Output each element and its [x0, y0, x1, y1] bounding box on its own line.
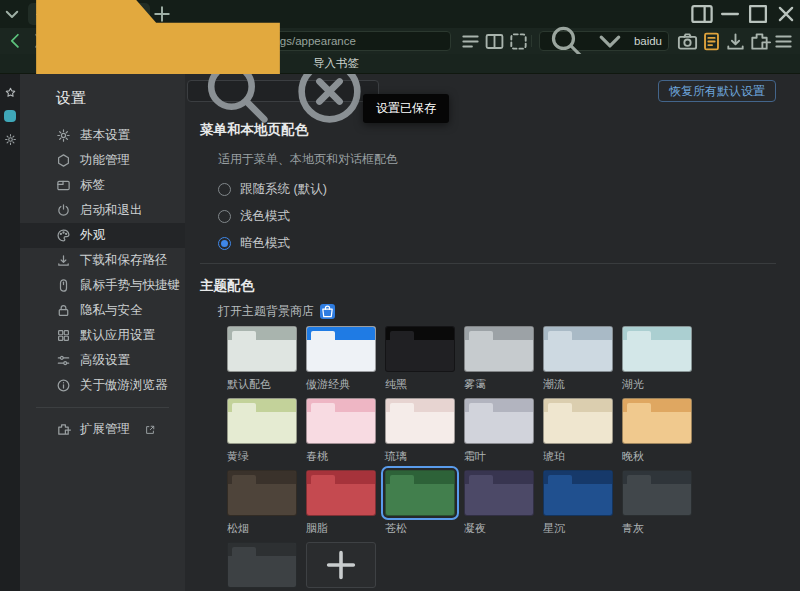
apps-icon [56, 328, 71, 343]
favorites-panel-icon[interactable] [4, 86, 17, 99]
gear-icon [56, 128, 71, 143]
theme-preview-tab [469, 403, 493, 412]
theme-card-7[interactable] [306, 398, 376, 444]
theme-card-13[interactable] [306, 470, 376, 516]
sidebar-item-startup[interactable]: 启动和退出 [20, 198, 185, 223]
screenshot-button[interactable] [676, 31, 699, 52]
minimize-icon [716, 0, 744, 28]
theme-card-5[interactable] [622, 326, 692, 372]
minimize-button[interactable] [716, 0, 744, 28]
theme-card-0[interactable] [227, 326, 297, 372]
theme-card-3[interactable] [464, 326, 534, 372]
section-subtitle: 适用于菜单、本地页和对话框配色 [218, 151, 800, 168]
puzzle-icon [748, 30, 771, 53]
theme-card-1[interactable] [306, 326, 376, 372]
radio-icon[interactable] [218, 183, 231, 196]
theme-card-4[interactable] [543, 326, 613, 372]
restore-defaults-button[interactable]: 恢复所有默认设置 [658, 80, 776, 102]
snap-button[interactable] [507, 31, 530, 52]
theme-card-17[interactable] [622, 470, 692, 516]
theme-card-9[interactable] [464, 398, 534, 444]
maximize-button[interactable] [744, 0, 772, 28]
theme-card-8[interactable] [385, 398, 455, 444]
theme-card-18[interactable] [227, 542, 297, 588]
theme-preview-tab [232, 547, 256, 556]
color-mode-option-0[interactable]: 跟随系统 (默认) [218, 176, 800, 203]
settings-panel-icon[interactable] [4, 133, 17, 146]
hexagon-icon [56, 153, 71, 168]
theme-preview-tab [469, 331, 493, 340]
theme-store-link[interactable]: 打开主题背景商店 [218, 303, 314, 320]
sidebar-item-features[interactable]: 功能管理 [20, 148, 185, 173]
theme-card-12[interactable] [227, 470, 297, 516]
theme-card-11[interactable] [622, 398, 692, 444]
theme-preview-tab [311, 403, 335, 412]
sidebar-item-label: 下载和保存路径 [80, 252, 168, 269]
notes-button[interactable] [700, 31, 723, 52]
sidebar-item-label: 外观 [80, 227, 105, 244]
theme-cell-17: 青灰 [622, 470, 692, 534]
theme-cell-16: 星沉 [543, 470, 613, 534]
content-topbar: 恢复所有默认设置 [185, 74, 800, 108]
close-button[interactable] [772, 0, 800, 28]
sidebar-item-about[interactable]: 关于傲游浏览器 [20, 373, 185, 398]
theme-card-16[interactable] [543, 470, 613, 516]
search-icon [196, 74, 277, 132]
sidebar-item-label: 高级设置 [80, 352, 130, 369]
theme-preview-tab [469, 475, 493, 484]
theme-cell-7: 春桃 [306, 398, 376, 462]
sidebar-item-label: 扩展管理 [80, 421, 130, 438]
sidebar-item-label: 启动和退出 [80, 202, 143, 219]
snap-icon [507, 30, 530, 53]
extensions-button[interactable] [748, 31, 771, 52]
sidebar-item-default-apps[interactable]: 默认应用设置 [20, 323, 185, 348]
main-menu-button[interactable] [772, 31, 795, 52]
close-icon [772, 0, 800, 28]
theme-store-icon[interactable] [320, 304, 335, 319]
theme-card-6[interactable] [227, 398, 297, 444]
theme-cell-12: 松烟 [227, 470, 297, 534]
split-screen-button[interactable] [483, 31, 506, 52]
theme-label: 傲游经典 [306, 377, 376, 390]
theme-label: 琉璃 [385, 449, 455, 462]
sidebar-item-basic[interactable]: 基本设置 [20, 123, 185, 148]
sidebar-item-privacy[interactable]: 隐私与安全 [20, 298, 185, 323]
panel-toggle-button[interactable] [688, 0, 716, 28]
download-icon [724, 30, 747, 53]
settings-scroll-area: 菜单和本地页配色 适用于菜单、本地页和对话框配色 跟随系统 (默认)浅色模式暗色… [185, 121, 800, 591]
sidebar-item-appearance[interactable]: 外观 [20, 223, 185, 248]
add-theme-button[interactable] [306, 542, 376, 588]
bookmark-bar: 导入书签 [0, 54, 800, 74]
theme-store-row: 打开主题背景商店 [218, 303, 800, 320]
theme-card-10[interactable] [543, 398, 613, 444]
menu-icon [772, 30, 795, 53]
sidebar-item-downloads[interactable]: 下载和保存路径 [20, 248, 185, 273]
radio-icon[interactable] [218, 237, 231, 250]
sidebar-item-advanced[interactable]: 高级设置 [20, 348, 185, 373]
reader-mode-button[interactable] [459, 31, 482, 52]
clear-icon[interactable] [289, 74, 370, 132]
theme-preview-tab [232, 475, 256, 484]
theme-preview-tab [627, 475, 651, 484]
external-link-icon [144, 424, 156, 436]
sidebar-item-tabs[interactable]: 标签 [20, 173, 185, 198]
radio-icon[interactable] [218, 210, 231, 223]
theme-card-2[interactable] [385, 326, 455, 372]
theme-label: 霜叶 [464, 449, 534, 462]
color-mode-option-2[interactable]: 暗色模式 [218, 230, 800, 257]
mouse-icon [56, 278, 71, 293]
settings-sidebar: 设置 基本设置功能管理标签启动和退出外观下载和保存路径鼠标手势与快捷键隐私与安全… [20, 74, 185, 591]
color-mode-option-1[interactable]: 浅色模式 [218, 203, 800, 230]
store-bag-icon [320, 304, 335, 319]
theme-label: 春桃 [306, 449, 376, 462]
theme-card-15[interactable] [464, 470, 534, 516]
settings-search[interactable] [187, 80, 379, 102]
downloads-button[interactable] [724, 31, 747, 52]
sidebar-item-gestures[interactable]: 鼠标手势与快捷键 [20, 273, 185, 298]
sidebar-item-extensions[interactable]: 扩展管理 [20, 417, 185, 442]
theme-preview-tab [311, 475, 335, 484]
radio-label: 暗色模式 [240, 235, 290, 252]
quick-search-box[interactable]: baidu [539, 31, 669, 51]
theme-card-14[interactable] [385, 470, 455, 516]
app-panel-icon[interactable] [4, 110, 16, 122]
